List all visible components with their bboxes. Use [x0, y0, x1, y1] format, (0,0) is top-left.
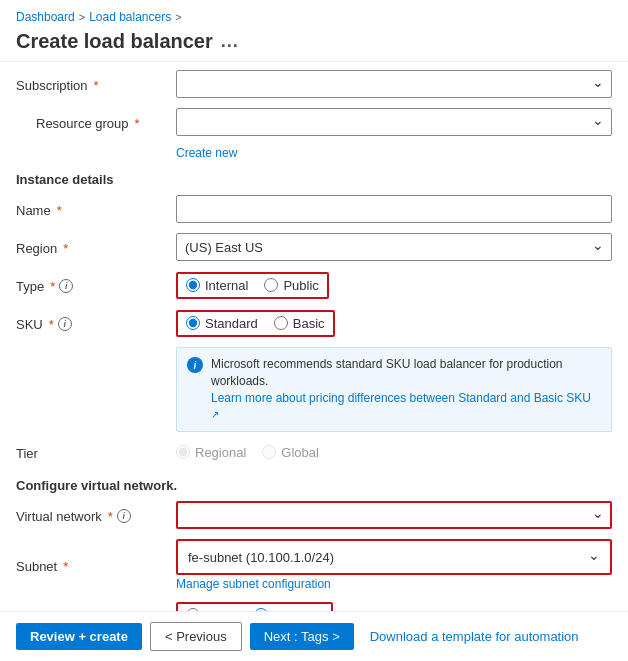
- region-label: Region*: [16, 239, 176, 256]
- type-public-option[interactable]: Public: [264, 278, 318, 293]
- name-input[interactable]: [176, 195, 612, 223]
- type-info-icon[interactable]: i: [59, 279, 73, 293]
- tier-global-option[interactable]: Global: [262, 445, 319, 460]
- resource-group-label: Resource group*: [16, 114, 176, 131]
- region-select[interactable]: (US) East US: [176, 233, 612, 261]
- breadcrumb-dashboard[interactable]: Dashboard: [16, 10, 75, 24]
- subscription-label: Subscription*: [16, 76, 176, 93]
- type-public-radio[interactable]: [264, 278, 278, 292]
- configure-vnet-title: Configure virtual network.: [16, 478, 612, 493]
- breadcrumb: Dashboard > Load balancers >: [0, 0, 628, 28]
- sku-basic-radio[interactable]: [274, 316, 288, 330]
- subnet-label: Subnet*: [16, 557, 176, 574]
- name-label: Name*: [16, 201, 176, 218]
- name-row: Name*: [16, 195, 612, 223]
- type-internal-label: Internal: [205, 278, 248, 293]
- tier-global-label: Global: [281, 445, 319, 460]
- virtual-network-control: [176, 501, 612, 529]
- sku-info-box: i Microsoft recommends standard SKU load…: [176, 347, 612, 432]
- resource-group-select[interactable]: [176, 108, 612, 136]
- subscription-select[interactable]: [176, 70, 612, 98]
- sku-control: Standard Basic: [176, 310, 612, 337]
- virtual-network-row: Virtual network* i: [16, 501, 612, 529]
- type-label: Type* i: [16, 277, 176, 294]
- tier-control: Regional Global: [176, 445, 612, 460]
- sku-basic-option[interactable]: Basic: [274, 316, 325, 331]
- subnet-select[interactable]: fe-subnet (10.100.1.0/24): [180, 543, 608, 571]
- type-public-label: Public: [283, 278, 318, 293]
- create-new-link[interactable]: Create new: [176, 146, 612, 160]
- sku-info-icon[interactable]: i: [58, 317, 72, 331]
- region-control: (US) East US: [176, 233, 612, 261]
- page-options-dots[interactable]: ...: [221, 31, 239, 52]
- type-control: Internal Public: [176, 272, 612, 299]
- resource-group-row: Resource group*: [16, 108, 612, 136]
- tier-global-radio[interactable]: [262, 445, 276, 459]
- tier-regional-label: Regional: [195, 445, 246, 460]
- instance-details-title: Instance details: [16, 172, 612, 187]
- subnet-control: fe-subnet (10.100.1.0/24) Manage subnet …: [176, 539, 612, 591]
- breadcrumb-load-balancers[interactable]: Load balancers: [89, 10, 171, 24]
- manage-subnet-link[interactable]: Manage subnet configuration: [176, 577, 612, 591]
- form-area: Subscription* Resource group* Create new…: [0, 70, 628, 640]
- tier-label: Tier: [16, 444, 176, 461]
- type-internal-radio[interactable]: [186, 278, 200, 292]
- footer: Review + create < Previous Next : Tags >…: [0, 611, 628, 661]
- type-internal-option[interactable]: Internal: [186, 278, 248, 293]
- sku-basic-label: Basic: [293, 316, 325, 331]
- virtual-network-select[interactable]: [176, 501, 612, 529]
- previous-button[interactable]: < Previous: [150, 622, 242, 651]
- review-create-button[interactable]: Review + create: [16, 623, 142, 650]
- resource-group-control: [176, 108, 612, 136]
- sku-standard-label: Standard: [205, 316, 258, 331]
- subnet-inner-wrapper: fe-subnet (10.100.1.0/24): [180, 543, 608, 571]
- region-row: Region* (US) East US: [16, 233, 612, 261]
- download-template-link[interactable]: Download a template for automation: [370, 629, 579, 644]
- resource-group-select-wrapper: [176, 108, 612, 136]
- sku-label: SKU* i: [16, 315, 176, 332]
- tier-regional-radio[interactable]: [176, 445, 190, 459]
- sku-radio-group: Standard Basic: [176, 310, 335, 337]
- info-box-text: Microsoft recommends standard SKU load b…: [211, 356, 601, 423]
- tier-radio-group: Regional Global: [176, 445, 319, 460]
- page-title-container: Create load balancer ...: [0, 28, 628, 61]
- name-control: [176, 195, 612, 223]
- subscription-control: [176, 70, 612, 98]
- info-box-link[interactable]: Learn more about pricing differences bet…: [211, 391, 591, 422]
- subscription-row: Subscription*: [16, 70, 612, 98]
- type-radio-group: Internal Public: [176, 272, 329, 299]
- subscription-select-wrapper: [176, 70, 612, 98]
- type-row: Type* i Internal Public: [16, 271, 612, 299]
- tier-regional-option[interactable]: Regional: [176, 445, 246, 460]
- subnet-select-wrapper: fe-subnet (10.100.1.0/24): [176, 539, 612, 575]
- page-title: Create load balancer: [16, 30, 213, 53]
- info-icon: i: [187, 357, 203, 373]
- subnet-row: Subnet* fe-subnet (10.100.1.0/24) Manage…: [16, 539, 612, 591]
- region-select-wrapper: (US) East US: [176, 233, 612, 261]
- title-divider: [0, 61, 628, 62]
- breadcrumb-sep-1: >: [79, 11, 85, 23]
- sku-standard-option[interactable]: Standard: [186, 316, 258, 331]
- vnet-info-icon[interactable]: i: [117, 509, 131, 523]
- virtual-network-select-wrapper: [176, 501, 612, 529]
- breadcrumb-sep-2: >: [175, 11, 181, 23]
- external-link-icon: ↗: [211, 409, 219, 420]
- next-button[interactable]: Next : Tags >: [250, 623, 354, 650]
- sku-standard-radio[interactable]: [186, 316, 200, 330]
- virtual-network-label: Virtual network* i: [16, 507, 176, 524]
- tier-row: Tier Regional Global: [16, 438, 612, 466]
- sku-row: SKU* i Standard Basic: [16, 309, 612, 337]
